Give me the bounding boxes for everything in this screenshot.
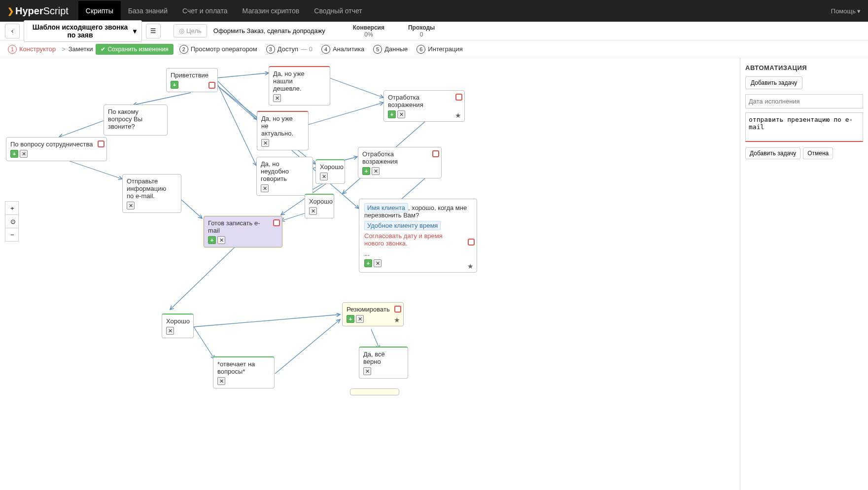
close-icon[interactable]: ✕ [372,167,380,175]
main: + ⊙ − [0,58,868,490]
connector-handle[interactable] [468,239,475,245]
node-title: Отработка возражения [388,94,460,108]
sidebar-title: АВТОМАТИЗАЦИЯ [745,64,863,71]
close-icon[interactable]: ✕ [166,327,174,335]
node-cooperation[interactable]: По вопросу сотрудничества +✕ [6,137,107,161]
confirm-add-task-button[interactable]: Добавить задачу [745,147,800,159]
node-resume[interactable]: Резюмировать ★ +✕ [342,302,404,326]
goal-input[interactable] [211,25,339,37]
breadcrumb-sep: > [62,45,66,53]
node-yes-correct[interactable]: Да, всё верно ✕ [359,347,408,379]
close-icon[interactable]: ✕ [217,377,225,385]
logo[interactable]: ❯ HyperScript [7,5,69,17]
node-ok-2[interactable]: Хорошо ✕ [305,194,334,218]
add-icon[interactable]: + [388,110,396,118]
step-analytics[interactable]: 4Аналитика [318,45,367,54]
variable-tag[interactable]: Удобное клиенту время [364,221,441,230]
nav-knowledge[interactable]: База знаний [121,1,175,21]
nav-billing[interactable]: Счет и оплата [175,1,235,21]
connector-handle[interactable] [432,150,439,157]
breadcrumb-notes[interactable]: Заметки [69,45,93,53]
help-dropdown[interactable]: Помощь ▾ [831,7,861,15]
close-icon[interactable]: ✕ [374,259,382,267]
step-integration[interactable]: 6Интеграция [414,45,466,54]
node-greeting[interactable]: Приветствие + [166,68,218,92]
cancel-button[interactable]: Отмена [803,147,833,159]
zoom-center-button[interactable]: ⊙ [5,214,19,228]
star-icon[interactable]: ★ [467,262,474,270]
zoom-in-button[interactable]: + [5,201,19,215]
zoom-out-button[interactable]: − [5,228,19,242]
help-label: Помощь [831,7,856,15]
nav-scripts[interactable]: Скрипты [78,1,121,21]
node-objection-1[interactable]: Отработка возражения ★ +✕ [383,90,465,122]
close-icon[interactable]: ✕ [261,139,269,147]
script-title-dropdown[interactable]: Шаблон исходящего звонка по заяв ▾ [24,20,142,42]
node-callback[interactable]: Имя клиента, хорошо, когда мне перезвони… [359,199,477,273]
node-send-email[interactable]: Отправьте информацию по e-mail. ✕ [122,174,181,213]
nav-report[interactable]: Сводный отчет [307,1,369,21]
close-icon[interactable]: ✕ [127,202,135,210]
step-access[interactable]: 3Доступ— 0 [263,45,315,54]
node-title: По какому вопросу Вы звоните? [108,108,163,130]
close-icon[interactable]: ✕ [217,236,225,244]
add-icon[interactable]: + [362,167,370,175]
step-data[interactable]: 5Данные [370,45,411,54]
node-cheaper[interactable]: Да, но уже нашли дешевле. ✕ [269,66,330,105]
connector-handle[interactable] [208,82,215,89]
add-icon[interactable]: + [208,236,216,244]
add-task-button[interactable]: Добавить задачу [745,76,802,89]
target-icon: ◎ [179,27,184,35]
star-icon[interactable]: ★ [455,111,461,119]
connector-handle[interactable] [98,140,104,147]
add-icon[interactable]: + [347,315,354,323]
back-button[interactable]: ‹ [5,24,20,38]
sidebar: АВТОМАТИЗАЦИЯ Добавить задачу Добавить з… [740,58,868,490]
node-title: Резюмировать [347,306,399,313]
nav-store[interactable]: Магазин скриптов [235,1,307,21]
node-ready-email[interactable]: Готов записать e-mail +✕ [204,216,282,247]
connector-handle[interactable] [394,306,401,313]
canvas[interactable]: + ⊙ − [0,58,740,490]
step-preview[interactable]: 2Просмотр оператором [176,45,260,54]
add-icon[interactable]: + [364,259,372,267]
close-icon[interactable]: ✕ [356,315,364,323]
node-bottom[interactable] [350,388,399,395]
close-icon[interactable]: ✕ [320,173,328,180]
connector-handle[interactable] [455,94,462,101]
task-textarea[interactable] [745,112,863,142]
node-title: Хорошо [320,163,341,171]
connector-handle[interactable] [273,219,280,226]
close-icon[interactable]: ✕ [309,207,317,215]
node-inconvenient[interactable]: Да, но неудобно говорить ✕ [256,157,313,196]
star-icon[interactable]: ★ [394,316,400,324]
close-icon[interactable]: ✕ [363,367,371,375]
logo-text-bold: Hyper [15,5,43,16]
node-ok-3[interactable]: Хорошо ✕ [162,314,194,338]
menu-button[interactable]: ☰ [146,24,161,38]
close-icon[interactable]: ✕ [273,94,281,102]
metric-label: Конверсия [353,24,384,31]
node-warning: Согласовать дату и время нового звонка. [364,232,472,247]
node-ok-1[interactable]: Хорошо ✕ [315,159,345,184]
add-icon[interactable]: + [171,81,178,89]
goal-label: Цель [186,27,202,35]
node-question[interactable]: По какому вопросу Вы звоните? [104,105,168,136]
close-icon[interactable]: ✕ [397,110,405,118]
node-objection-2[interactable]: Отработка возражения +✕ [358,147,442,178]
ellipsis: ... [364,250,472,257]
script-title-text: Шаблон исходящего звонка по заяв [29,23,131,39]
step-label: Интеграция [428,45,463,53]
close-icon[interactable]: ✕ [20,150,28,158]
node-answers[interactable]: *отвечает на вопросы* ✕ [213,356,275,388]
date-input[interactable] [745,94,863,108]
goal-button[interactable]: ◎ Цель [174,24,207,37]
subbar: 1Конструктор > Заметки ✔ Сохранить измен… [0,40,868,58]
node-irrelevant[interactable]: Да, но уже не актуально. ✕ [257,111,309,150]
metric-value: 0% [353,31,384,38]
add-icon[interactable]: + [10,150,18,158]
node-title: Хорошо [166,317,189,325]
close-icon[interactable]: ✕ [261,184,269,192]
step-constructor[interactable]: 1Конструктор [5,45,59,54]
save-button[interactable]: ✔ Сохранить изменения [96,44,173,55]
